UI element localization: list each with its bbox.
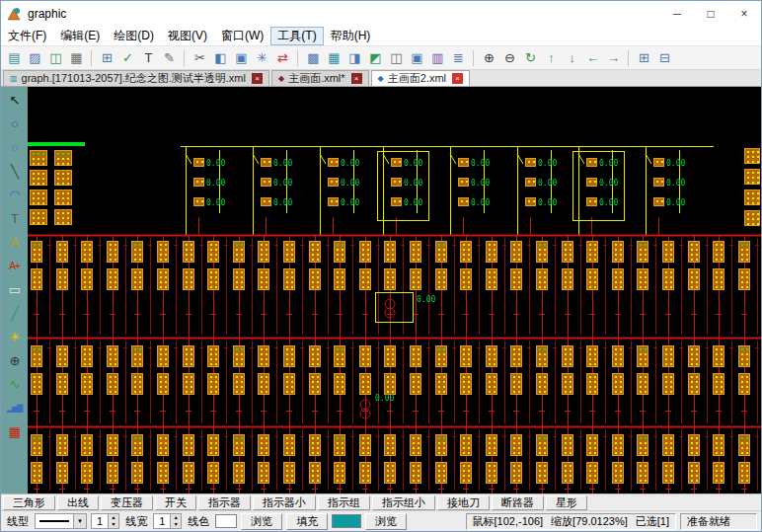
zoom-out-icon[interactable]: ⊖ <box>499 48 520 68</box>
refresh-icon[interactable]: ↻ <box>520 48 541 68</box>
window-title: graphic <box>28 7 66 21</box>
window-icon[interactable]: ◫ <box>386 48 407 68</box>
table-2-icon[interactable]: ▦ <box>324 48 344 68</box>
line-type-stepper[interactable]: 1 ▴ ▾ <box>91 513 119 529</box>
zoom-level: 缩放[79.0123%] <box>551 514 628 529</box>
legend-button-indicator-group-small[interactable]: 指示组小 <box>372 495 435 510</box>
arrow-up-icon[interactable]: ↑ <box>541 48 562 68</box>
layers-icon[interactable]: ◨ <box>344 48 365 68</box>
diagonal-icon[interactable]: ◩ <box>365 48 386 68</box>
tab-close-icon[interactable]: × <box>252 73 263 84</box>
tool-palette: ↖○○╲◠TAA+▭╱☀⊕∿▂▅▇▦ <box>1 87 28 494</box>
legend-button-indicator-group[interactable]: 指示组 <box>318 495 370 510</box>
app-icon <box>7 6 23 22</box>
menu-item-tools[interactable]: 工具(T) <box>270 27 323 45</box>
menu-item-help[interactable]: 帮助(H) <box>324 27 378 45</box>
copy-icon[interactable]: ◧ <box>210 48 231 68</box>
status-info-panel: 鼠标[102,-106] 缩放[79.0123%] 已选[1] <box>466 513 676 530</box>
bulb-tool-icon[interactable]: ☀ <box>3 326 26 349</box>
zoom-in-icon[interactable]: ⊕ <box>479 48 499 68</box>
circle-tool-icon[interactable]: ○ <box>3 113 26 136</box>
columns-icon[interactable]: ▥ <box>427 48 448 68</box>
close-button[interactable]: × <box>727 1 761 27</box>
tab-main-screen-xml[interactable]: ◆ 主画面.xml* × <box>271 70 369 86</box>
line-color-swatch[interactable] <box>215 514 237 528</box>
menu-item-edit[interactable]: 编辑(E) <box>53 27 107 45</box>
arrow-right-icon[interactable]: → <box>603 48 624 68</box>
spin-down-icon[interactable]: ▾ <box>171 521 181 528</box>
new-file-icon[interactable]: ▤ <box>4 48 25 68</box>
diagram-canvas[interactable] <box>28 87 761 494</box>
grid-tool-icon[interactable]: ▦ <box>3 420 26 444</box>
tab-graph-xml[interactable]: ▥ graph.[171013-2057].纪念之图.测试半透明.xml × <box>3 70 269 86</box>
legend-button-breaker[interactable]: 断路器 <box>492 495 544 510</box>
legend-button-outgoing-line[interactable]: 出线 <box>57 495 99 510</box>
grid-toggle-icon[interactable]: ⊞ <box>97 48 117 68</box>
browse-line-color-button[interactable]: 浏览 <box>241 513 282 530</box>
maximize-button[interactable]: □ <box>694 1 727 27</box>
print-icon[interactable]: ▦ <box>66 48 87 68</box>
arc-tool-icon[interactable]: ◠ <box>3 184 26 207</box>
fill-button[interactable]: 填充 <box>286 513 328 530</box>
line-width-stepper[interactable]: 1 ▴ ▾ <box>153 513 182 529</box>
font-tool-icon[interactable]: A <box>3 231 26 255</box>
canvas-area <box>28 87 761 494</box>
ready-text: 准备就绪 <box>687 514 730 529</box>
check-icon[interactable]: ✓ <box>117 48 138 68</box>
fill-color-swatch[interactable] <box>332 514 361 528</box>
menu-item-view[interactable]: 视图(V) <box>161 27 214 45</box>
legend-button-indicator[interactable]: 指示器 <box>198 495 251 510</box>
arrow-down-icon[interactable]: ↓ <box>562 48 582 68</box>
line-tool-icon[interactable]: ╲ <box>3 160 26 184</box>
open-file-icon[interactable]: ▨ <box>25 48 45 68</box>
tab-close-icon[interactable]: × <box>351 73 362 84</box>
legend-button-star[interactable]: 星形 <box>546 495 587 510</box>
table-add-icon[interactable]: ⊞ <box>634 48 654 68</box>
arrow-left-icon[interactable]: ← <box>582 48 603 68</box>
legend-button-ground-switch[interactable]: 接地刀 <box>437 495 490 510</box>
font-add-tool-icon[interactable]: A+ <box>3 255 26 278</box>
document-icon: ◆ <box>378 74 384 83</box>
bar-chart-tool-icon[interactable]: ▂▅▇ <box>3 397 26 420</box>
save-file-icon[interactable]: ◫ <box>45 48 66 68</box>
table-remove-icon[interactable]: ⊟ <box>654 48 675 68</box>
spin-down-icon[interactable]: ▾ <box>109 521 118 528</box>
chevron-down-icon[interactable]: ▾ <box>73 514 86 528</box>
spinner-arrows[interactable]: ▴ ▾ <box>170 514 181 528</box>
tab-main-screen-2-xml[interactable]: ◆ 主画面2.xml × <box>371 70 470 86</box>
window-2-icon[interactable]: ▣ <box>407 48 427 68</box>
line-style-sample <box>39 520 69 522</box>
legend-button-triangle[interactable]: 三角形 <box>3 495 55 510</box>
spin-up-icon[interactable]: ▴ <box>109 514 118 521</box>
line-width-value: 1 <box>154 514 170 528</box>
legend-button-switch[interactable]: 开关 <box>155 495 196 510</box>
minimize-button[interactable]: ─ <box>660 1 694 27</box>
text-icon[interactable]: T <box>138 48 159 68</box>
menu-item-file[interactable]: 文件(F) <box>1 27 53 45</box>
menu-bar: 文件(F) 编辑(E) 绘图(D) 视图(V) 窗口(W) 工具(T) 帮助(H… <box>1 27 761 46</box>
rect-tool-icon[interactable]: ▭ <box>3 278 26 302</box>
line-type-combo[interactable]: ▾ <box>35 513 87 529</box>
cut-icon[interactable]: ✂ <box>190 48 210 68</box>
curve-chart-tool-icon[interactable]: ∿ <box>3 373 26 397</box>
polyline-tool-icon[interactable]: ╱ <box>3 302 26 326</box>
spinner-arrows[interactable]: ▴ ▾ <box>108 514 118 528</box>
paste-icon[interactable]: ▣ <box>231 48 252 68</box>
spin-up-icon[interactable]: ▴ <box>171 514 181 521</box>
edit-pencil-icon[interactable]: ✎ <box>159 48 180 68</box>
rows-icon[interactable]: ≣ <box>448 48 469 68</box>
swap-arrows-icon[interactable]: ⇄ <box>272 48 293 68</box>
browse-fill-button[interactable]: 浏览 <box>365 513 407 530</box>
select-arrow-icon[interactable]: ↖ <box>3 89 26 113</box>
ellipse-tool-icon[interactable]: ○ <box>3 136 26 160</box>
status-bar: 线型 ▾ 1 ▴ ▾ 线宽 1 ▴ ▾ 线色 浏览 填充 浏览 鼠标[102,-… <box>1 510 761 531</box>
zoom-tool-icon[interactable]: ⊕ <box>3 349 26 373</box>
snowflake-icon[interactable]: ✳ <box>252 48 272 68</box>
legend-button-indicator-small[interactable]: 指示器小 <box>253 495 316 510</box>
menu-item-draw[interactable]: 绘图(D) <box>107 27 161 45</box>
text-tool-icon[interactable]: T <box>3 207 26 231</box>
tab-close-icon[interactable]: × <box>452 73 463 84</box>
table-icon[interactable]: ▩ <box>303 48 324 68</box>
legend-button-transformer[interactable]: 变压器 <box>101 495 153 510</box>
menu-item-window[interactable]: 窗口(W) <box>214 27 270 45</box>
